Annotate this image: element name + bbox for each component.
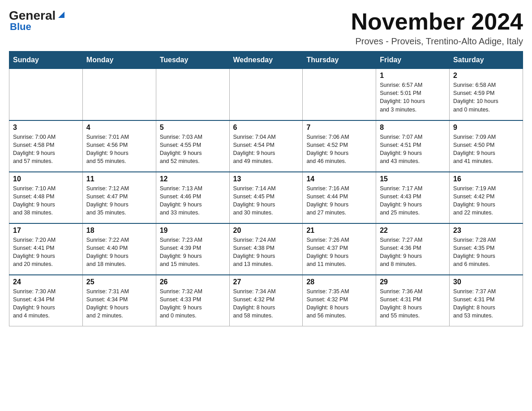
day-info: Sunrise: 7:03 AM Sunset: 4:55 PM Dayligh…	[160, 133, 226, 166]
day-number: 11	[86, 175, 152, 183]
day-number: 4	[86, 124, 152, 132]
day-info: Sunrise: 7:24 AM Sunset: 4:38 PM Dayligh…	[233, 236, 299, 269]
calendar-day-cell: 8Sunrise: 7:07 AM Sunset: 4:51 PM Daylig…	[376, 120, 450, 172]
day-info: Sunrise: 7:36 AM Sunset: 4:31 PM Dayligh…	[380, 287, 446, 320]
day-info: Sunrise: 6:57 AM Sunset: 5:01 PM Dayligh…	[380, 81, 446, 114]
calendar-day-cell: 25Sunrise: 7:31 AM Sunset: 4:34 PM Dayli…	[82, 275, 156, 326]
logo-blue-text: Blue	[10, 21, 31, 33]
day-info: Sunrise: 7:10 AM Sunset: 4:48 PM Dayligh…	[13, 184, 79, 217]
title-area: November 2024 Proves - Proveis, Trentino…	[351, 9, 523, 47]
day-number: 5	[160, 124, 226, 132]
calendar-week-row: 1Sunrise: 6:57 AM Sunset: 5:01 PM Daylig…	[9, 69, 523, 120]
calendar-header-monday: Monday	[82, 51, 156, 69]
page-header: General Blue November 2024 Proves - Prov…	[9, 9, 523, 47]
calendar-day-cell: 12Sunrise: 7:13 AM Sunset: 4:46 PM Dayli…	[156, 172, 229, 223]
day-number: 23	[453, 227, 519, 235]
day-number: 21	[306, 227, 372, 235]
calendar-day-cell: 23Sunrise: 7:28 AM Sunset: 4:35 PM Dayli…	[450, 223, 523, 275]
day-number: 8	[380, 124, 446, 132]
calendar-week-row: 24Sunrise: 7:30 AM Sunset: 4:34 PM Dayli…	[9, 275, 523, 326]
calendar-day-cell: 26Sunrise: 7:32 AM Sunset: 4:33 PM Dayli…	[156, 275, 229, 326]
calendar-day-cell: 14Sunrise: 7:16 AM Sunset: 4:44 PM Dayli…	[303, 172, 376, 223]
day-number: 13	[233, 175, 299, 183]
logo: General Blue	[9, 9, 66, 33]
day-number: 16	[453, 175, 519, 183]
day-number: 29	[380, 278, 446, 286]
day-info: Sunrise: 7:30 AM Sunset: 4:34 PM Dayligh…	[13, 287, 79, 320]
day-info: Sunrise: 7:17 AM Sunset: 4:43 PM Dayligh…	[380, 184, 446, 217]
day-info: Sunrise: 7:12 AM Sunset: 4:47 PM Dayligh…	[86, 184, 152, 217]
day-number: 10	[13, 175, 79, 183]
calendar-day-cell: 19Sunrise: 7:23 AM Sunset: 4:39 PM Dayli…	[156, 223, 229, 275]
day-info: Sunrise: 7:27 AM Sunset: 4:36 PM Dayligh…	[380, 236, 446, 269]
calendar-day-cell: 1Sunrise: 6:57 AM Sunset: 5:01 PM Daylig…	[376, 69, 450, 120]
day-number: 2	[453, 72, 519, 80]
location-subtitle: Proves - Proveis, Trentino-Alto Adige, I…	[351, 36, 523, 47]
calendar-day-cell	[229, 69, 303, 120]
day-info: Sunrise: 7:09 AM Sunset: 4:50 PM Dayligh…	[453, 133, 519, 166]
calendar-day-cell: 15Sunrise: 7:17 AM Sunset: 4:43 PM Dayli…	[376, 172, 450, 223]
day-info: Sunrise: 7:13 AM Sunset: 4:46 PM Dayligh…	[160, 184, 226, 217]
svg-marker-0	[58, 12, 64, 18]
calendar-day-cell: 21Sunrise: 7:26 AM Sunset: 4:37 PM Dayli…	[303, 223, 376, 275]
calendar-day-cell: 16Sunrise: 7:19 AM Sunset: 4:42 PM Dayli…	[450, 172, 523, 223]
calendar-day-cell: 5Sunrise: 7:03 AM Sunset: 4:55 PM Daylig…	[156, 120, 229, 172]
day-number: 14	[306, 175, 372, 183]
calendar-header-thursday: Thursday	[303, 51, 376, 69]
month-title: November 2024	[351, 9, 523, 34]
calendar-day-cell: 24Sunrise: 7:30 AM Sunset: 4:34 PM Dayli…	[9, 275, 83, 326]
day-info: Sunrise: 7:23 AM Sunset: 4:39 PM Dayligh…	[160, 236, 226, 269]
day-info: Sunrise: 7:20 AM Sunset: 4:41 PM Dayligh…	[13, 236, 79, 269]
day-info: Sunrise: 6:58 AM Sunset: 4:59 PM Dayligh…	[453, 81, 519, 114]
calendar-table: SundayMondayTuesdayWednesdayThursdayFrid…	[9, 51, 523, 326]
day-info: Sunrise: 7:19 AM Sunset: 4:42 PM Dayligh…	[453, 184, 519, 217]
day-number: 27	[233, 278, 299, 286]
day-info: Sunrise: 7:32 AM Sunset: 4:33 PM Dayligh…	[160, 287, 226, 320]
day-number: 22	[380, 227, 446, 235]
calendar-day-cell: 20Sunrise: 7:24 AM Sunset: 4:38 PM Dayli…	[229, 223, 303, 275]
calendar-header-row: SundayMondayTuesdayWednesdayThursdayFrid…	[9, 51, 523, 69]
day-number: 25	[86, 278, 152, 286]
calendar-week-row: 3Sunrise: 7:00 AM Sunset: 4:58 PM Daylig…	[9, 120, 523, 172]
calendar-day-cell	[303, 69, 376, 120]
day-info: Sunrise: 7:22 AM Sunset: 4:40 PM Dayligh…	[86, 236, 152, 269]
day-number: 26	[160, 278, 226, 286]
day-number: 12	[160, 175, 226, 183]
day-number: 7	[306, 124, 372, 132]
day-number: 17	[13, 227, 79, 235]
calendar-day-cell: 13Sunrise: 7:14 AM Sunset: 4:45 PM Dayli…	[229, 172, 303, 223]
logo-icon	[56, 10, 66, 20]
calendar-header-friday: Friday	[376, 51, 450, 69]
day-number: 3	[13, 124, 79, 132]
calendar-day-cell: 22Sunrise: 7:27 AM Sunset: 4:36 PM Dayli…	[376, 223, 450, 275]
day-info: Sunrise: 7:14 AM Sunset: 4:45 PM Dayligh…	[233, 184, 299, 217]
day-info: Sunrise: 7:16 AM Sunset: 4:44 PM Dayligh…	[306, 184, 372, 217]
calendar-day-cell: 2Sunrise: 6:58 AM Sunset: 4:59 PM Daylig…	[450, 69, 523, 120]
calendar-week-row: 17Sunrise: 7:20 AM Sunset: 4:41 PM Dayli…	[9, 223, 523, 275]
day-info: Sunrise: 7:26 AM Sunset: 4:37 PM Dayligh…	[306, 236, 372, 269]
day-number: 1	[380, 72, 446, 80]
calendar-header-tuesday: Tuesday	[156, 51, 229, 69]
day-info: Sunrise: 7:34 AM Sunset: 4:32 PM Dayligh…	[233, 287, 299, 320]
calendar-day-cell: 30Sunrise: 7:37 AM Sunset: 4:31 PM Dayli…	[450, 275, 523, 326]
calendar-day-cell	[156, 69, 229, 120]
calendar-day-cell: 18Sunrise: 7:22 AM Sunset: 4:40 PM Dayli…	[82, 223, 156, 275]
day-number: 20	[233, 227, 299, 235]
day-info: Sunrise: 7:04 AM Sunset: 4:54 PM Dayligh…	[233, 133, 299, 166]
day-info: Sunrise: 7:37 AM Sunset: 4:31 PM Dayligh…	[453, 287, 519, 320]
day-number: 19	[160, 227, 226, 235]
calendar-week-row: 10Sunrise: 7:10 AM Sunset: 4:48 PM Dayli…	[9, 172, 523, 223]
day-info: Sunrise: 7:06 AM Sunset: 4:52 PM Dayligh…	[306, 133, 372, 166]
calendar-header-wednesday: Wednesday	[229, 51, 303, 69]
day-number: 9	[453, 124, 519, 132]
day-number: 6	[233, 124, 299, 132]
calendar-header-saturday: Saturday	[450, 51, 523, 69]
calendar-day-cell: 10Sunrise: 7:10 AM Sunset: 4:48 PM Dayli…	[9, 172, 83, 223]
day-number: 24	[13, 278, 79, 286]
day-number: 30	[453, 278, 519, 286]
day-number: 28	[306, 278, 372, 286]
day-number: 18	[86, 227, 152, 235]
calendar-day-cell: 7Sunrise: 7:06 AM Sunset: 4:52 PM Daylig…	[303, 120, 376, 172]
calendar-day-cell: 28Sunrise: 7:35 AM Sunset: 4:32 PM Dayli…	[303, 275, 376, 326]
calendar-day-cell	[9, 69, 83, 120]
